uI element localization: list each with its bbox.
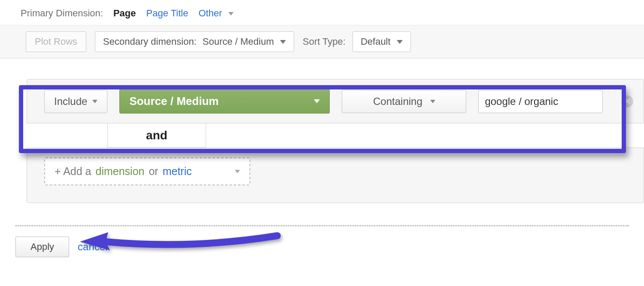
secondary-dimension-dropdown[interactable]: Secondary dimension: Source / Medium	[95, 31, 294, 52]
primary-dimension-row: Primary Dimension: Page Page Title Other	[0, 0, 644, 25]
filter-match-label: Containing	[373, 95, 422, 108]
filter-joiner-tab[interactable]: and	[107, 123, 206, 148]
filter-value-input[interactable]	[478, 90, 603, 113]
add-metric-word: metric	[163, 165, 192, 178]
chevron-down-icon	[397, 40, 403, 44]
chevron-down-icon	[430, 100, 435, 103]
primary-dimension-selected[interactable]: Page	[113, 8, 136, 19]
close-icon: ✕	[624, 97, 631, 106]
cancel-link[interactable]: cancel	[78, 241, 107, 253]
advanced-filter-panel: Include Source / Medium Containing ✕ and…	[0, 79, 644, 203]
chevron-down-icon	[235, 170, 240, 173]
filter-dimension-label: Source / Medium	[129, 95, 219, 108]
filter-dimension-dropdown[interactable]: Source / Medium	[119, 89, 330, 114]
chevron-down-icon	[92, 100, 97, 103]
primary-dimension-label: Primary Dimension:	[21, 8, 103, 19]
primary-dimension-link-page-title[interactable]: Page Title	[146, 8, 188, 19]
report-toolbar: Plot Rows Secondary dimension: Source / …	[0, 25, 644, 58]
add-dimension-metric-button[interactable]: + Add a dimension or metric	[44, 157, 250, 185]
filter-match-dropdown[interactable]: Containing	[342, 90, 466, 113]
chevron-down-icon	[280, 40, 286, 44]
filter-condition-row: Include Source / Medium Containing ✕	[27, 79, 644, 123]
apply-button[interactable]: Apply	[15, 237, 69, 257]
primary-dimension-other-label: Other	[198, 8, 222, 18]
filter-action-row: Apply cancel	[0, 226, 644, 257]
secondary-dimension-value: Source / Medium	[203, 36, 274, 47]
filter-include-label: Include	[54, 95, 87, 108]
sort-type-dropdown[interactable]: Default	[352, 31, 411, 52]
plot-rows-button[interactable]: Plot Rows	[26, 31, 86, 52]
chevron-down-icon	[314, 99, 320, 103]
sort-type-group: Sort Type: Default	[303, 31, 411, 52]
filter-add-row: + Add a dimension or metric	[27, 148, 644, 203]
annotation-arrow	[80, 228, 282, 255]
sort-type-value: Default	[361, 36, 391, 47]
add-middle: or	[149, 165, 158, 178]
sort-type-label: Sort Type:	[303, 36, 346, 47]
remove-filter-button[interactable]: ✕	[621, 95, 633, 108]
secondary-dimension-prefix: Secondary dimension:	[103, 36, 197, 47]
filter-include-dropdown[interactable]: Include	[44, 90, 107, 113]
add-prefix: + Add a	[55, 165, 91, 178]
chevron-down-icon	[228, 12, 234, 15]
primary-dimension-link-other[interactable]: Other	[198, 8, 233, 19]
add-dimension-word: dimension	[96, 165, 145, 178]
